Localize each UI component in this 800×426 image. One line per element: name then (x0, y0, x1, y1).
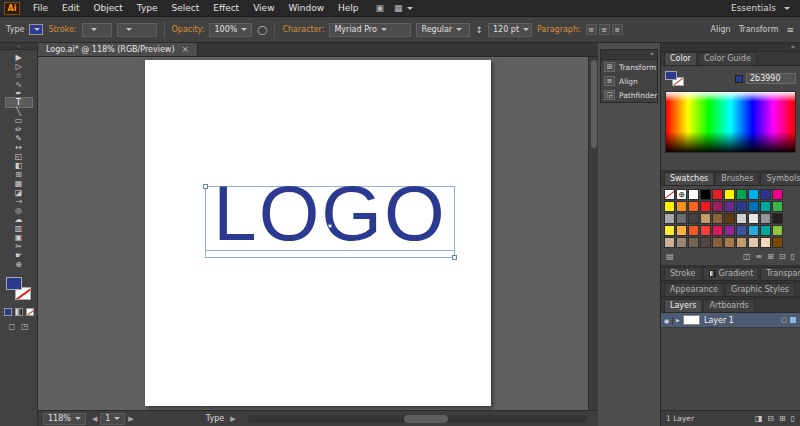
text-selection-box[interactable]: LOGO (205, 186, 455, 258)
swatch[interactable] (736, 237, 747, 248)
mesh-tool[interactable]: ▦ (6, 179, 32, 188)
color-spectrum[interactable] (665, 91, 796, 153)
swatch[interactable] (712, 237, 723, 248)
swatch[interactable] (772, 201, 783, 212)
swatch[interactable] (664, 237, 675, 248)
swatch[interactable] (724, 213, 735, 224)
swatch[interactable] (676, 189, 687, 200)
swatch[interactable] (676, 237, 687, 248)
magic-wand-tool[interactable]: ☆ (6, 71, 32, 80)
previous-artboard-icon[interactable]: ◀ (92, 415, 97, 423)
tab-symbols[interactable]: Symbols (760, 172, 800, 185)
swatch[interactable] (760, 237, 771, 248)
delete-swatch-icon[interactable]: ▯ (791, 252, 795, 261)
menu-item[interactable]: Help (331, 3, 366, 13)
tab-layers[interactable]: Layers (664, 299, 702, 312)
delete-layer-icon[interactable]: ▯ (791, 414, 795, 423)
document-tab[interactable]: Logo.ai* @ 118% (RGB/Preview) × (38, 43, 198, 56)
screen-mode-icon[interactable]: ◳ (21, 322, 29, 331)
blend-tool[interactable]: ◎ (6, 206, 32, 215)
line-segment-tool[interactable]: ╲ (6, 107, 32, 116)
character-link[interactable]: Character: (282, 25, 324, 34)
swatch[interactable] (772, 237, 783, 248)
tab-stroke[interactable]: Stroke (664, 267, 702, 280)
perspective-grid-tool[interactable]: ⊞ (6, 170, 32, 179)
tab-gradient[interactable]: Gradient (703, 267, 760, 280)
transform[interactable]: ⊞ Transform (601, 60, 657, 74)
menu-item[interactable]: Window (282, 3, 332, 13)
font-size-dropdown[interactable]: 120 pt (488, 23, 532, 37)
swatch[interactable] (760, 225, 771, 236)
menu-item[interactable]: Object (87, 3, 130, 13)
align-left-icon[interactable]: ≡ (586, 24, 597, 35)
swatch[interactable] (736, 225, 747, 236)
swatch[interactable] (700, 225, 711, 236)
menu-item[interactable]: View (246, 3, 281, 13)
swatch[interactable] (688, 237, 699, 248)
hand-tool[interactable]: ☛ (6, 251, 32, 260)
swatch[interactable] (748, 201, 759, 212)
swatch[interactable] (676, 213, 687, 224)
artboard-tool[interactable]: ▣ (6, 233, 32, 242)
tools-panel-grip[interactable]: « (0, 43, 37, 50)
new-color-group-icon[interactable]: ⊞ (767, 252, 774, 261)
swatch[interactable] (676, 225, 687, 236)
layer-target-icon[interactable]: ○ (781, 316, 787, 324)
swatch[interactable] (712, 189, 723, 200)
tab-artboards[interactable]: Artboards (703, 299, 754, 312)
recolor-artwork-icon[interactable]: ◯ (257, 25, 267, 35)
tab-graphic-styles[interactable]: Graphic Styles (725, 283, 795, 296)
paintbrush-tool[interactable]: ✏ (6, 125, 32, 134)
tab-color-guide[interactable]: Color Guide (698, 52, 757, 65)
transform-panel-link[interactable]: Transform (739, 25, 779, 34)
swatch[interactable] (712, 213, 723, 224)
swatch[interactable] (676, 201, 687, 212)
fill-color-swatch[interactable] (29, 24, 43, 35)
swatch[interactable] (700, 237, 711, 248)
tab-appearance[interactable]: Appearance (664, 283, 724, 296)
stroke-link[interactable]: Stroke: (48, 25, 76, 34)
direct-selection-tool[interactable]: ▷ (6, 62, 32, 71)
font-style-dropdown[interactable]: Regular (416, 23, 470, 37)
free-transform-tool[interactable]: ◱ (6, 152, 32, 161)
collapse-dock-icon[interactable]: » (661, 43, 800, 52)
pencil-tool[interactable]: ✎ (6, 134, 32, 143)
zoom-tool[interactable]: ⊕ (6, 260, 32, 269)
lasso-tool[interactable]: ∿ (6, 80, 32, 89)
none-button[interactable] (26, 308, 34, 316)
swatch[interactable] (700, 213, 711, 224)
color-fill-stroke-indicator[interactable] (665, 71, 687, 87)
swatch[interactable] (748, 189, 759, 200)
eyedropper-tool[interactable]: ⊸ (6, 197, 32, 206)
menu-item[interactable]: Select (164, 3, 206, 13)
swatch[interactable] (664, 225, 675, 236)
color-button[interactable] (4, 308, 12, 316)
swatch[interactable] (760, 201, 771, 212)
type-tool[interactable]: T (6, 98, 32, 107)
swatch[interactable] (760, 189, 771, 200)
swatch[interactable] (748, 225, 759, 236)
opacity-link[interactable]: Opacity: (172, 25, 205, 34)
swatch-libraries-icon[interactable]: ▤ (666, 252, 674, 261)
control-panel-menu-icon[interactable]: ≡ (786, 25, 794, 35)
shape-builder-tool[interactable]: ◧ (6, 161, 32, 170)
swatch[interactable] (748, 237, 759, 248)
new-sublayer-icon[interactable]: ⊟ (767, 414, 774, 423)
menu-item[interactable]: Effect (206, 3, 246, 13)
rectangle-tool[interactable]: ▭ (6, 116, 32, 125)
swatch[interactable] (664, 201, 675, 212)
selection-handle-top-left[interactable] (203, 184, 208, 189)
paragraph-link[interactable]: Paragraph: (537, 25, 581, 34)
tab-transparency[interactable]: Transparency (760, 267, 800, 280)
menu-item[interactable]: File (26, 3, 55, 13)
swatch[interactable] (664, 189, 675, 200)
selection-tool[interactable]: ▶ (6, 53, 32, 62)
swatch[interactable] (724, 237, 735, 248)
canvas[interactable]: LOGO (38, 57, 588, 410)
new-layer-icon[interactable]: ⊞ (779, 414, 786, 423)
horizontal-scrollbar[interactable] (248, 415, 587, 423)
color-fill-well[interactable] (665, 71, 677, 80)
align[interactable]: ≡ Align (601, 74, 657, 88)
swatch[interactable] (700, 201, 711, 212)
swatch[interactable] (688, 201, 699, 212)
